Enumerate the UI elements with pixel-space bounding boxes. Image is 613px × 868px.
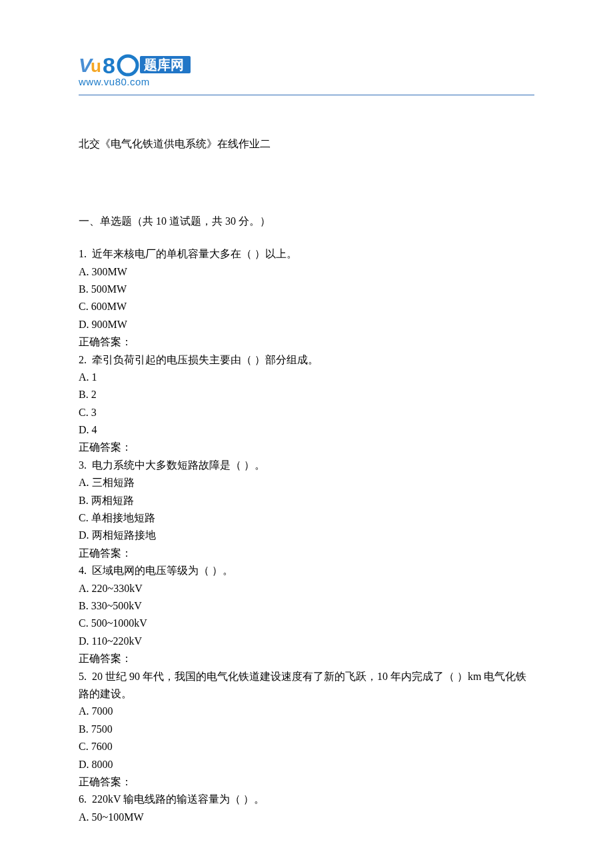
option-d: D. 110~220kV (79, 633, 534, 650)
svg-text:8: 8 (103, 53, 115, 78)
option-b: B. 500MW (79, 281, 534, 298)
option-c: C. 500~1000kV (79, 615, 534, 632)
question-text: 6. 220kV 输电线路的输送容量为（ ）。 (79, 791, 534, 808)
option-d: D. 两相短路接地 (79, 527, 534, 544)
question-text: 2. 牵引负荷引起的电压损失主要由（ ）部分组成。 (79, 351, 534, 369)
option-c: C. 3 (79, 404, 534, 421)
svg-point-3 (119, 56, 137, 75)
question-1: 1. 近年来核电厂的单机容量大多在（ ）以上。 A. 300MW B. 500M… (79, 245, 534, 351)
option-a: A. 7000 (79, 703, 534, 720)
option-a: A. 50~100MW (79, 809, 534, 826)
option-b: B. 两相短路 (79, 492, 534, 509)
header-underline (79, 95, 534, 95)
answer-label: 正确答案： (79, 439, 534, 456)
question-text: 4. 区域电网的电压等级为（ ）。 (79, 562, 534, 579)
question-5: 5. 20 世纪 90 年代，我国的电气化铁道建设速度有了新的飞跃，10 年内完… (79, 668, 534, 791)
answer-label: 正确答案： (79, 545, 534, 562)
option-c: C. 7600 (79, 738, 534, 755)
question-4: 4. 区域电网的电压等级为（ ）。 A. 220~330kV B. 330~50… (79, 562, 534, 667)
question-6: 6. 220kV 输电线路的输送容量为（ ）。 A. 50~100MW (79, 791, 534, 826)
option-b: B. 330~500kV (79, 597, 534, 615)
svg-text:u: u (91, 56, 101, 76)
option-a: A. 300MW (79, 263, 534, 281)
logo-subtitle: 题库网 (143, 57, 184, 72)
logo-svg: V u 8 题库网 www.vu80.com (79, 52, 204, 91)
answer-label: 正确答案： (79, 773, 534, 791)
answer-label: 正确答案： (79, 333, 534, 351)
option-b: B. 7500 (79, 721, 534, 738)
question-text: 1. 近年来核电厂的单机容量大多在（ ）以上。 (79, 245, 534, 263)
option-d: D. 900MW (79, 316, 534, 333)
option-a: A. 220~330kV (79, 580, 534, 597)
option-c: C. 单相接地短路 (79, 509, 534, 527)
question-2: 2. 牵引负荷引起的电压损失主要由（ ）部分组成。 A. 1 B. 2 C. 3… (79, 351, 534, 457)
option-d: D. 4 (79, 421, 534, 439)
option-a: A. 三相短路 (79, 474, 534, 491)
option-c: C. 600MW (79, 298, 534, 315)
option-b: B. 2 (79, 386, 534, 403)
answer-label: 正确答案： (79, 650, 534, 667)
site-logo: V u 8 题库网 www.vu80.com (79, 52, 534, 91)
option-a: A. 1 (79, 369, 534, 386)
question-text: 3. 电力系统中大多数短路故障是（ ）。 (79, 457, 534, 474)
section-title: 一、单选题（共 10 道试题，共 30 分。） (79, 213, 534, 230)
question-3: 3. 电力系统中大多数短路故障是（ ）。 A. 三相短路 B. 两相短路 C. … (79, 457, 534, 562)
question-text: 5. 20 世纪 90 年代，我国的电气化铁道建设速度有了新的飞跃，10 年内完… (79, 668, 534, 703)
option-d: D. 8000 (79, 756, 534, 773)
document-title: 北交《电气化铁道供电系统》在线作业二 (79, 135, 534, 153)
logo-url: www.vu80.com (79, 76, 150, 87)
